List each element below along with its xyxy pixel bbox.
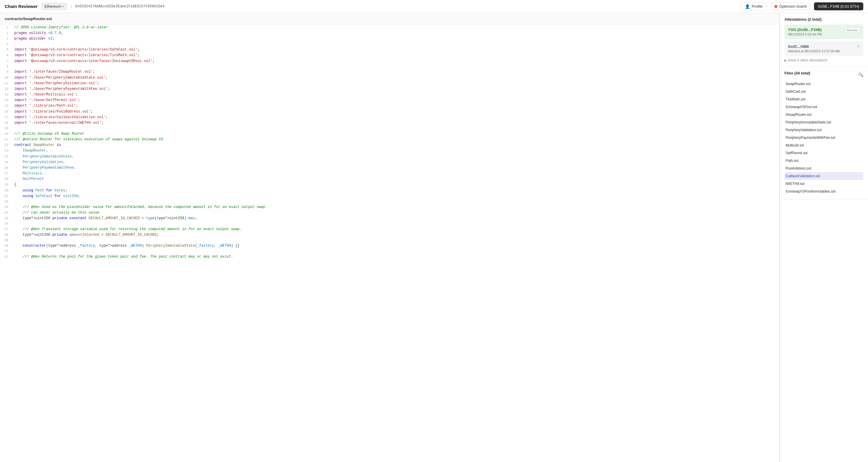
line-number: 29 [0,182,12,187]
line-content: import './base/Multicall.sol'; [12,92,80,97]
line-content: pragma abicoder v2; [12,36,57,42]
file-item[interactable]: SelfPermit.sol [784,149,863,157]
show-others-toggle[interactable]: ▶ show 0 other attestations [784,58,863,62]
line-content: using Path for bytes; [12,188,70,194]
attestation-card-you: YOU (0x5B...F34B) 08/13/2023 5:02:44 PM … [784,25,863,39]
line-content: PeripheryPaymentsWithFee, [12,165,78,171]
file-item[interactable]: PoolAddress.sol [784,165,863,172]
app-brand: Chain Reviewer [5,4,38,9]
code-line: 41 [0,249,779,254]
line-number: 39 [0,238,12,243]
file-item[interactable]: ISwapRouter.sol [784,111,863,118]
line-number: 37 [0,227,12,232]
line-number: 33 [0,205,12,210]
line-number: 26 [0,166,12,171]
line-number: 12 [0,87,12,92]
file-item[interactable]: IUniswapV3Pool.sol [784,103,863,111]
file-item[interactable]: PeripheryValidation.sol [784,126,863,134]
file-header: contracts/SwapRouter.sol [0,13,779,25]
code-line: 16import './libraries/PoolAddress.sol'; [0,109,779,115]
line-number: 17 [0,115,12,120]
line-number: 6 [0,53,12,58]
profile-label: Profile [752,4,763,8]
code-line: 4 [0,42,779,47]
file-item[interactable]: SafeCast.sol [784,88,863,95]
breadcrumb-separator: / [70,4,72,9]
line-content: import '@uniswap/v3-core/contracts/libra… [12,53,142,58]
wallet-label: 0x5B...F34B (0.01 ETH) [818,4,859,8]
code-line: 10import './base/PeripheryImmutableState… [0,75,779,81]
attestation-date-you: 08/13/2023 5:02:44 PM [788,32,860,36]
line-number: 34 [0,210,12,215]
file-item[interactable]: PeripheryImmutableState.sol [784,118,863,126]
line-number: 20 [0,132,12,137]
line-number: 28 [0,177,12,182]
code-line: 21/// @notice Router for stateless execu… [0,137,779,142]
code-line: 6import '@uniswap/v3-core/contracts/libr… [0,53,779,58]
code-line: 7import '@uniswap/v3-core/contracts/inte… [0,58,779,64]
breadcrumb-address: 0xE592427A0AEce92De3Edee1F18E0157C058615… [75,4,164,8]
line-number: 3 [0,36,12,42]
line-content: import '@uniswap/v3-core/contracts/inter… [12,58,157,64]
attestation-addr-other: 0xdC...f4B6 [788,44,860,49]
files-section: Files (34 total) 🔍 SwapRouter.solSafeCas… [780,67,868,200]
code-line: 13import './base/Multicall.sol'; [0,92,779,97]
revoke-button[interactable]: Revoke [845,27,860,33]
file-item[interactable]: TickMath.sol [784,95,863,103]
code-line: 11import './base/PeripheryValidation.sol… [0,81,779,86]
line-number: 40 [0,243,12,249]
code-line: 30 using Path for bytes; [0,188,779,194]
profile-button[interactable]: 👤 Profile [740,2,767,11]
file-item[interactable]: CallbackValidation.sol [784,172,863,180]
line-number: 8 [0,64,12,69]
file-item[interactable]: SwapRouter.sol [784,80,863,88]
file-item[interactable]: PeripheryPaymentsWithFee.sol [784,134,863,142]
network-selector[interactable]: Ethereum ▾ [41,3,67,10]
show-others-label: show 0 other attestations [788,58,827,62]
code-line: 12import './base/PeripheryPaymentsWithFe… [0,86,779,92]
line-content: import './base/PeripheryPaymentsWithFee.… [12,86,112,92]
code-line: 19 [0,126,779,131]
file-item[interactable]: Path.sol [784,157,863,165]
line-number: 2 [0,31,12,36]
network-badge[interactable]: Optimism Goerli [771,2,810,10]
code-line: 34 /// can never actually be this value [0,210,779,215]
file-item[interactable]: Multicall.sol [784,142,863,149]
line-content: { [12,182,19,187]
code-line: 37 /// @dev Transient storage variable u… [0,227,779,232]
line-number: 18 [0,120,12,126]
code-line: 9import './interfaces/ISwapRouter.sol'; [0,69,779,75]
line-content: PeripheryImmutableState, [12,154,76,160]
line-content: /// @dev Used as the placeholder value f… [12,204,268,210]
code-line: 5import '@uniswap/v3-core/contracts/libr… [0,47,779,53]
line-number: 36 [0,221,12,227]
line-content: type">uint256 private constant DEFAULT_A… [12,215,199,221]
code-line: 26 PeripheryPaymentsWithFee, [0,165,779,171]
line-number: 4 [0,42,12,47]
files-header: Files (34 total) 🔍 [784,71,863,78]
line-number: 35 [0,216,12,221]
line-content: type">uint256 private amountInCached = D… [12,232,161,238]
user-icon: 👤 [745,4,750,9]
main-layout: contracts/SwapRouter.sol 1// SPDX-Licens… [0,13,868,462]
search-icon[interactable]: 🔍 [858,73,863,77]
file-item[interactable]: IWETH9.sol [784,180,863,187]
code-line: 23 ISwapRouter, [0,148,779,153]
line-number: 27 [0,171,12,176]
line-number: 10 [0,75,12,81]
code-line: 14import './base/SelfPermit.sol'; [0,97,779,103]
code-line: 25 PeripheryValidation, [0,160,779,165]
wallet-button[interactable]: 0x5B...F34B (0.01 ETH) [814,2,863,10]
line-number: 13 [0,92,12,97]
code-line: 18import './interfaces/external/IWETH9.s… [0,120,779,126]
file-item[interactable]: IUniswapV3PoolImmutables.sol [784,187,863,195]
attestations-title: Attestations (2 total) [784,17,863,22]
code-line: 8 [0,64,779,69]
chevron-down-icon: ▾ [62,5,64,8]
line-number: 30 [0,188,12,194]
line-number: 11 [0,81,12,86]
line-content: import './base/PeripheryImmutableState.s… [12,75,110,81]
external-link-icon[interactable]: ↗ [857,44,860,49]
line-content: import './libraries/Path.sol'; [12,103,80,109]
line-content: Multicall, [12,171,46,176]
